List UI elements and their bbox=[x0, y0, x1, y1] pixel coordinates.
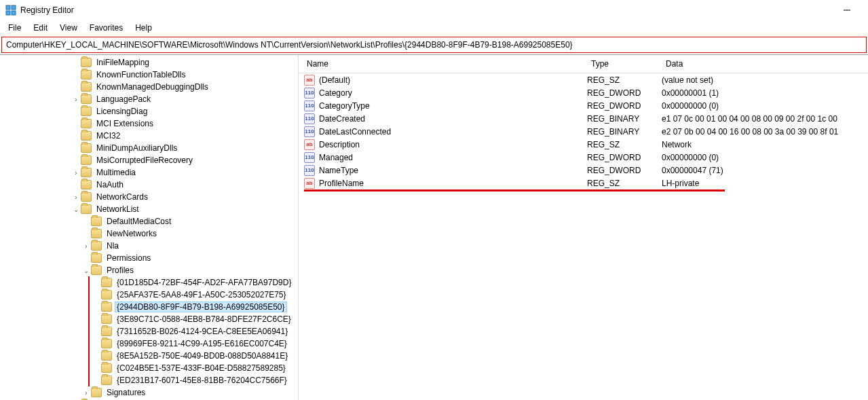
tree-node[interactable]: {ED231B17-6071-45E8-81BB-76204CC7566F} bbox=[0, 374, 298, 386]
value-data: 0x00000000 (0) bbox=[662, 153, 868, 162]
title-bar: Registry Editor bbox=[0, 0, 868, 20]
listview-row[interactable]: abDescriptionREG_SZNetwork bbox=[299, 138, 868, 151]
chevron-right-icon[interactable]: › bbox=[71, 169, 81, 177]
tree-node[interactable]: {2944DB80-8F9F-4B79-B198-A69925085E50} bbox=[0, 301, 298, 313]
value-data: (value not set) bbox=[662, 75, 868, 85]
tree-node[interactable]: NaAuth bbox=[0, 179, 298, 191]
chevron-right-icon[interactable]: › bbox=[71, 96, 81, 103]
col-header-type[interactable]: Type bbox=[587, 58, 662, 70]
listview-header[interactable]: Name Type Data bbox=[299, 55, 868, 73]
tree-node[interactable]: MsiCorruptedFileRecovery bbox=[0, 154, 298, 166]
tree-node[interactable]: ›LanguagePack bbox=[0, 93, 298, 105]
menu-help[interactable]: Help bbox=[130, 22, 157, 34]
tree-node[interactable]: {89969FE8-9211-4C99-A195-E616EC007C4E} bbox=[0, 338, 298, 350]
tree-node-label: MCI32 bbox=[94, 131, 122, 141]
menu-edit[interactable]: Edit bbox=[28, 22, 53, 34]
listview-row[interactable]: 110DateCreatedREG_BINARYe1 07 0c 00 01 0… bbox=[299, 112, 868, 125]
tree-node[interactable]: ›Multimedia bbox=[0, 166, 298, 179]
value-data: LH-private bbox=[662, 179, 868, 188]
listview-row[interactable]: 110NameTypeREG_DWORD0x00000047 (71) bbox=[299, 164, 868, 177]
chevron-right-icon[interactable]: › bbox=[71, 194, 81, 201]
folder-icon bbox=[101, 363, 112, 373]
tree-node[interactable]: {01D185D4-72BF-454F-AD2F-AFA77BA97D9D} bbox=[0, 276, 298, 289]
highlight-vline bbox=[88, 276, 90, 386]
folder-icon bbox=[101, 351, 112, 361]
tree-node[interactable]: KnownManagedDebuggingDlls bbox=[0, 81, 298, 93]
tree-node[interactable]: NewNetworks bbox=[0, 228, 298, 240]
tree-node[interactable]: ›Nla bbox=[0, 240, 298, 252]
tree-node-label: {3E89C71C-0588-4EB8-B784-8DFE27F2C6CE} bbox=[115, 314, 293, 324]
value-name: Category bbox=[319, 88, 352, 98]
minimize-button[interactable] bbox=[831, 0, 863, 20]
string-value-icon: ab bbox=[304, 178, 315, 189]
tree-node[interactable]: ›Signatures bbox=[0, 386, 298, 399]
value-data: 0x00000047 (71) bbox=[662, 166, 868, 175]
tree-node[interactable]: {7311652B-B026-4124-9CEA-C8EE5EA06941} bbox=[0, 325, 298, 338]
binary-value-icon: 110 bbox=[304, 152, 315, 163]
svg-rect-1 bbox=[12, 5, 16, 10]
tree-node[interactable]: {3E89C71C-0588-4EB8-B784-8DFE27F2C6CE} bbox=[0, 313, 298, 325]
tree-node[interactable]: MCI32 bbox=[0, 130, 298, 142]
listview-row[interactable]: 110DateLastConnectedREG_BINARYe2 07 0b 0… bbox=[299, 125, 868, 138]
binary-value-icon: 110 bbox=[304, 101, 315, 111]
svg-rect-2 bbox=[6, 11, 10, 15]
folder-icon bbox=[91, 217, 102, 226]
tree-node[interactable]: LicensingDiag bbox=[0, 105, 298, 117]
tree-node-label: {89969FE8-9211-4C99-A195-E616EC007C4E} bbox=[115, 339, 289, 348]
value-name: (Default) bbox=[319, 75, 350, 85]
menu-view[interactable]: View bbox=[54, 22, 83, 34]
value-name: ProfileName bbox=[319, 179, 364, 188]
listview-row[interactable]: abProfileNameREG_SZLH-private bbox=[299, 177, 868, 189]
chevron-right-icon[interactable]: › bbox=[81, 242, 91, 250]
tree-node[interactable]: MCI Extensions bbox=[0, 117, 298, 130]
tree-node[interactable]: DefaultMediaCost bbox=[0, 215, 298, 228]
tree-node-label: NetworkCards bbox=[94, 192, 150, 202]
tree-pane[interactable]: IniFileMappingKnownFunctionTableDllsKnow… bbox=[0, 55, 299, 400]
listview-row[interactable]: 110ManagedREG_DWORD0x00000000 (0) bbox=[299, 151, 868, 164]
tree-node[interactable]: ⌄Profiles bbox=[0, 264, 298, 276]
tree-node-label: Permissions bbox=[105, 253, 153, 263]
tree-node-label: NaAuth bbox=[94, 180, 126, 189]
menu-file[interactable]: File bbox=[3, 22, 26, 34]
chevron-down-icon[interactable]: ⌄ bbox=[81, 267, 91, 274]
tree-node-label: DefaultMediaCost bbox=[105, 217, 173, 226]
folder-icon bbox=[81, 119, 92, 128]
tree-node[interactable]: ›NetworkCards bbox=[0, 191, 298, 203]
folder-icon bbox=[81, 156, 92, 165]
tree-node[interactable]: {8E5A152B-750E-4049-BD0B-088D50A8841E} bbox=[0, 350, 298, 362]
tree-node-label: NetworkList bbox=[94, 204, 141, 214]
value-data: Network bbox=[662, 140, 868, 149]
value-type: REG_DWORD bbox=[587, 153, 662, 162]
value-type: REG_DWORD bbox=[587, 166, 662, 175]
listview-row[interactable]: 110CategoryTypeREG_DWORD0x00000000 (0) bbox=[299, 99, 868, 112]
tree-node[interactable]: IniFileMapping bbox=[0, 56, 298, 69]
binary-value-icon: 110 bbox=[304, 126, 315, 137]
folder-icon bbox=[81, 204, 92, 214]
menu-favorites[interactable]: Favorites bbox=[84, 22, 128, 34]
folder-icon bbox=[91, 253, 102, 263]
folder-icon bbox=[101, 290, 112, 299]
string-value-icon: ab bbox=[304, 139, 315, 150]
tree-node[interactable]: KnownFunctionTableDlls bbox=[0, 69, 298, 81]
tree-node-label: NewNetworks bbox=[105, 229, 159, 238]
listview-pane[interactable]: Name Type Data ab(Default)REG_SZ(value n… bbox=[299, 55, 868, 400]
tree-node[interactable]: {25AFA37E-5AA8-49F1-A50C-253052027E75} bbox=[0, 289, 298, 301]
tree-node[interactable]: Permissions bbox=[0, 252, 298, 264]
chevron-down-icon[interactable]: ⌄ bbox=[71, 206, 81, 213]
window-title: Registry Editor bbox=[20, 5, 74, 15]
app-icon bbox=[5, 5, 16, 16]
listview-row[interactable]: ab(Default)REG_SZ(value not set) bbox=[299, 73, 868, 86]
tree-node-label: KnownManagedDebuggingDlls bbox=[94, 82, 210, 92]
col-header-data[interactable]: Data bbox=[662, 58, 868, 70]
tree-node[interactable]: ⌄NetworkList bbox=[0, 203, 298, 215]
address-bar[interactable]: Computer\HKEY_LOCAL_MACHINE\SOFTWARE\Mic… bbox=[1, 37, 867, 53]
chevron-right-icon[interactable]: › bbox=[81, 389, 91, 397]
col-header-name[interactable]: Name bbox=[299, 58, 587, 70]
folder-icon bbox=[101, 327, 112, 336]
value-name: Description bbox=[319, 140, 360, 149]
value-type: REG_SZ bbox=[587, 179, 662, 188]
tree-node[interactable]: {C024B5E1-537E-433F-B04E-D58827589285} bbox=[0, 362, 298, 374]
tree-node[interactable]: MiniDumpAuxiliaryDlls bbox=[0, 142, 298, 154]
folder-icon bbox=[81, 107, 92, 116]
listview-row[interactable]: 110CategoryREG_DWORD0x00000001 (1) bbox=[299, 86, 868, 99]
